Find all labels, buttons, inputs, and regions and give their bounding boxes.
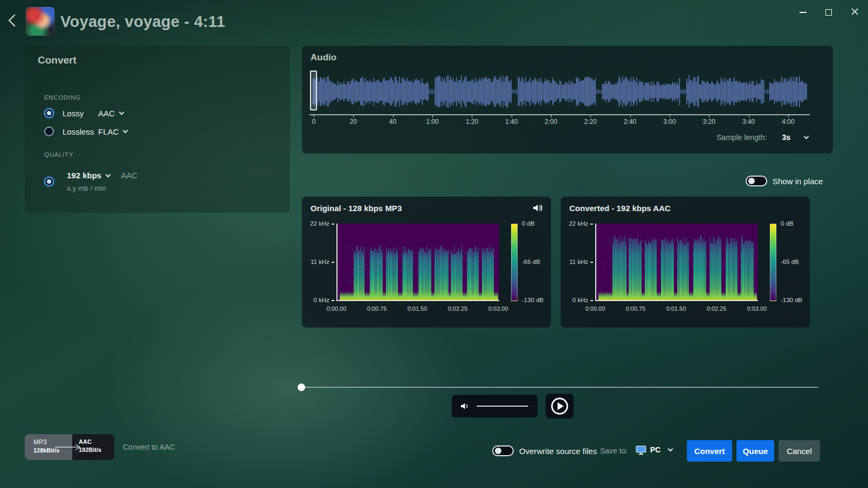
convert-panel-title: Convert	[38, 54, 77, 66]
time-tick-label: 0:01.50	[663, 305, 689, 312]
time-tick-label: 2:20	[578, 118, 602, 126]
sample-length-dropdown[interactable]: 3s	[782, 133, 808, 142]
chevron-down-icon	[106, 172, 111, 177]
maximize-button[interactable]	[821, 4, 837, 20]
conversion-summary-badge: MP3 128kBit/s AAC 192Bit/s	[25, 434, 114, 460]
pc-icon	[635, 444, 647, 456]
lossy-radio[interactable]	[44, 108, 54, 118]
time-tick-label: 0:02.25	[445, 305, 471, 312]
time-tick-label: 3:20	[697, 118, 721, 126]
minimize-button[interactable]	[795, 4, 811, 20]
lossy-row: Lossy AAC	[44, 108, 123, 118]
show-in-place-label: Show in place	[773, 177, 823, 186]
time-tick-label: 0:03.00	[485, 305, 511, 312]
spectrogram-time-labels: 0:00.000:00.750:01.500:02.250:03.00	[582, 305, 770, 312]
frequency-axis-labels: 22 kHz11 kHz0 kHz	[305, 220, 334, 303]
volume-slider[interactable]	[477, 406, 528, 407]
playback-progress-thumb[interactable]	[298, 384, 305, 391]
volume-panel	[452, 395, 538, 417]
freq-tick-label: 22 kHz	[310, 220, 334, 227]
encoding-section-label: ENCODING	[44, 94, 81, 101]
time-tick-label: 20	[341, 118, 365, 126]
spectrogram-time-labels: 0:00.000:00.750:01.500:02.250:03.00	[323, 305, 511, 312]
convert-button[interactable]: Convert	[687, 440, 732, 462]
sample-selection-marker[interactable]	[310, 71, 317, 110]
chevron-down-icon	[804, 134, 809, 140]
waveform-graphic	[309, 74, 811, 109]
save-destination-dropdown[interactable]: PC	[635, 444, 672, 456]
back-button[interactable]	[4, 12, 20, 31]
freq-tick-label: 22 kHz	[569, 220, 593, 227]
volume-icon[interactable]	[459, 401, 470, 412]
time-tick-label: 0:00.75	[623, 305, 649, 312]
save-to-label: Save to:	[600, 447, 628, 455]
spectrogram-plot	[595, 224, 758, 301]
freq-tick-label: 0 kHz	[314, 297, 334, 303]
time-tick-label: 3:00	[658, 118, 681, 126]
freq-tick-label: 11 kHz	[569, 259, 593, 265]
lossy-codec-value: AAC	[98, 109, 115, 118]
target-bitrate-label: 192Bit/s	[79, 446, 114, 454]
time-tick-label: 40	[381, 118, 405, 126]
converted-spectrogram-card: Converted - 192 kbps AAC 22 kHz11 kHz0 k…	[561, 197, 810, 327]
time-tick-label: 1:40	[500, 118, 523, 126]
convert-panel: Convert ENCODING Lossy AAC Lossless FLAC…	[25, 46, 290, 213]
time-tick-label: 0	[302, 118, 326, 126]
original-spectrogram-card: Original - 128 kbps MP3 22 kHz11 kHz0 kH…	[302, 197, 551, 327]
close-icon	[851, 8, 858, 17]
time-tick-label: 0:01.50	[404, 305, 430, 312]
lossless-radio[interactable]	[44, 127, 54, 136]
lossless-label: Lossless	[63, 127, 98, 136]
audio-panel-title: Audio	[311, 52, 336, 63]
db-tick-label: 0 dB	[781, 220, 802, 227]
bitrate-dropdown[interactable]: 192 kbps	[67, 171, 110, 180]
playback-progress-slider[interactable]	[302, 387, 818, 388]
time-tick-label: 0:02.25	[704, 305, 729, 312]
save-destination-value: PC	[650, 445, 660, 454]
sample-length-value: 3s	[782, 133, 790, 142]
lossless-codec-value: FLAC	[98, 127, 119, 136]
overwrite-toggle[interactable]	[492, 445, 514, 456]
cancel-button[interactable]: Cancel	[779, 440, 820, 462]
show-in-place-row: Show in place	[746, 176, 823, 186]
quality-row: 192 kbps AAC x.y mb / min	[44, 171, 137, 192]
chevron-down-icon	[123, 128, 128, 134]
sample-length-row: Sample length: 3s	[717, 133, 808, 142]
lossless-codec-dropdown[interactable]: FLAC	[98, 127, 127, 136]
app-window: Voyage, voyage - 4:11 Convert ENCODING L…	[0, 0, 868, 488]
time-tick-label: 2:40	[618, 118, 642, 126]
db-tick-label: 0 dB	[522, 220, 543, 227]
time-tick-label: 2:00	[539, 118, 563, 126]
chevron-down-icon	[119, 110, 124, 115]
freq-tick-label: 11 kHz	[311, 259, 334, 265]
time-tick-label: 0:00.00	[323, 305, 349, 312]
lossless-row: Lossless FLAC	[44, 127, 127, 136]
time-tick-label: 0:00.00	[582, 305, 608, 312]
spectrogram-graphic	[337, 224, 499, 300]
window-controls	[795, 4, 863, 20]
db-colorbar	[511, 224, 518, 301]
spectrogram-plot	[336, 224, 499, 301]
lossy-codec-dropdown[interactable]: AAC	[98, 109, 123, 118]
play-button[interactable]	[546, 394, 574, 419]
overwrite-label: Overwrite source files	[519, 447, 597, 456]
time-tick-label: 0:00.75	[364, 305, 390, 312]
size-estimate-label: x.y mb / min	[67, 184, 137, 192]
chevron-left-icon	[5, 22, 19, 31]
time-tick-label: 1:00	[421, 118, 444, 126]
close-button[interactable]	[846, 4, 863, 20]
show-in-place-toggle[interactable]	[746, 176, 767, 186]
time-axis	[309, 114, 810, 115]
window-title: Voyage, voyage - 4:11	[60, 13, 225, 31]
lossy-label: Lossy	[63, 109, 98, 118]
queue-button[interactable]: Queue	[736, 440, 774, 462]
arrow-right-icon	[54, 443, 82, 453]
waveform[interactable]	[309, 74, 811, 109]
db-colorbar	[770, 224, 776, 301]
speaker-icon[interactable]	[532, 202, 543, 214]
album-art	[26, 7, 54, 36]
quality-radio[interactable]	[44, 177, 54, 186]
original-spectrogram-title: Original - 128 kbps MP3	[311, 204, 402, 213]
db-axis-labels: 0 dB-65 dB-130 dB	[781, 220, 802, 303]
converted-spectrogram-title: Converted - 192 kbps AAC	[569, 204, 671, 213]
